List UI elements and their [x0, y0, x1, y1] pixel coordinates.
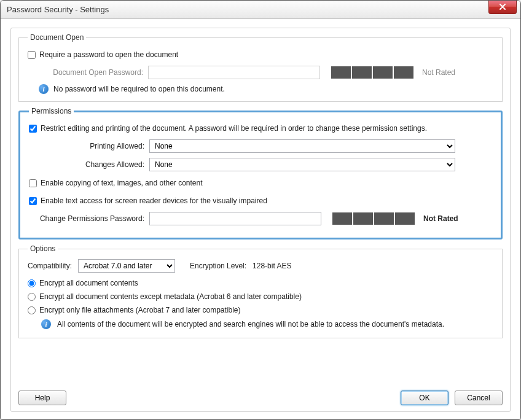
require-password-checkbox[interactable] [28, 51, 36, 59]
strength-meter [331, 66, 413, 79]
strength-meter [332, 212, 415, 225]
enable-screen-reader-checkbox[interactable] [29, 197, 37, 205]
change-perm-password-input[interactable] [149, 212, 321, 225]
strength-text: Not Rated [423, 214, 458, 223]
change-perm-password-label: Change Permissions Password: [29, 214, 149, 223]
titlebar: Password Security - Settings [1, 1, 520, 19]
encrypt-attachments-label: Encrypt only file attachments (Acrobat 7… [39, 306, 241, 314]
strength-box [332, 212, 352, 225]
changes-allowed-select[interactable]: None [149, 158, 455, 171]
changes-allowed-label: Changes Allowed: [29, 160, 149, 169]
groupbox-permissions: Permissions Restrict editing and printin… [18, 107, 503, 239]
strength-box [353, 212, 373, 225]
legend-document-open: Document Open [28, 33, 86, 42]
doc-open-info-text: No password will be required to open thi… [53, 85, 225, 93]
cancel-button[interactable]: Cancel [455, 391, 503, 405]
encrypt-except-metadata-radio[interactable] [28, 293, 36, 301]
encryption-level-label: Encryption Level: [190, 262, 246, 270]
groupbox-options: Options Compatibility: Acrobat 7.0 and l… [18, 244, 503, 338]
strength-box [374, 212, 394, 225]
compatibility-label: Compatibility: [28, 262, 72, 270]
window-title: Password Security - Settings [7, 5, 109, 14]
strength-box [394, 66, 413, 79]
info-icon: i [39, 84, 49, 94]
info-icon: i [41, 319, 51, 329]
doc-open-password-label: Document Open Password: [28, 68, 148, 77]
client-area: Document Open Require a password to open… [1, 19, 520, 419]
enable-screen-reader-label: Enable text access for screen reader dev… [41, 196, 267, 205]
strength-box [395, 212, 415, 225]
require-password-label: Require a password to open the document [39, 50, 178, 59]
encrypt-all-radio[interactable] [28, 279, 36, 287]
dialog-window: Password Security - Settings Document Op… [0, 0, 521, 420]
encryption-level-value: 128-bit AES [253, 262, 291, 270]
printing-allowed-select[interactable]: None [149, 139, 455, 153]
enable-copying-checkbox[interactable] [29, 179, 37, 187]
strength-text: Not Rated [422, 68, 455, 77]
compatibility-select[interactable]: Acrobat 7.0 and later [78, 259, 175, 273]
printing-allowed-label: Printing Allowed: [29, 142, 149, 150]
ok-button[interactable]: OK [401, 391, 449, 405]
encrypt-except-metadata-label: Encrypt all document contents except met… [39, 292, 302, 301]
doc-open-password-input [148, 66, 320, 79]
restrict-editing-checkbox[interactable] [29, 125, 37, 133]
options-info-text: All contents of the document will be enc… [57, 320, 444, 329]
button-bar: Help OK Cancel [18, 391, 503, 405]
enable-copying-label: Enable copying of text, images, and othe… [41, 179, 203, 187]
inner-panel: Document Open Require a password to open… [10, 28, 511, 412]
legend-permissions: Permissions [29, 107, 74, 115]
strength-box [352, 66, 372, 79]
encrypt-attachments-radio[interactable] [28, 306, 36, 314]
close-icon [499, 4, 506, 10]
strength-box [331, 66, 351, 79]
restrict-editing-label: Restrict editing and printing of the doc… [41, 124, 427, 133]
help-button[interactable]: Help [18, 391, 66, 405]
strength-box [373, 66, 393, 79]
close-button[interactable] [488, 1, 517, 14]
encrypt-all-label: Encrypt all document contents [39, 279, 138, 287]
groupbox-document-open: Document Open Require a password to open… [18, 33, 503, 102]
legend-options: Options [28, 244, 58, 253]
